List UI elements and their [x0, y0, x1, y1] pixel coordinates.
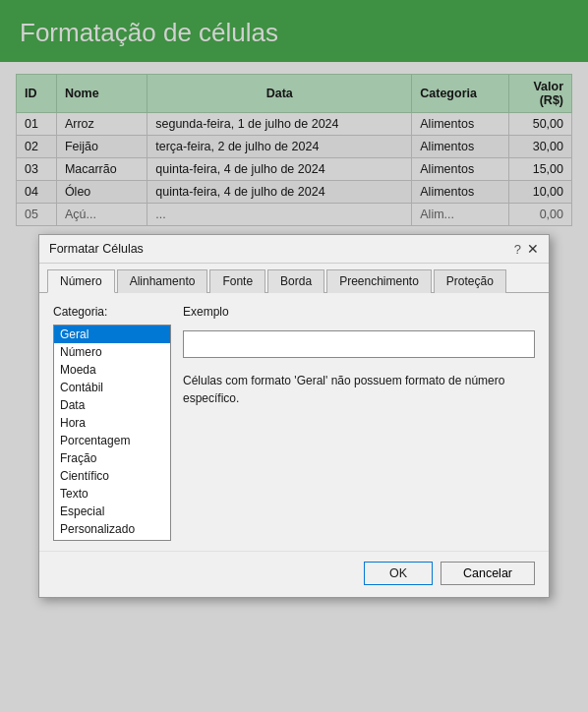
category-item[interactable]: Personalizado [54, 520, 170, 538]
dialog-titlebar: Formatar Células ? ✕ [39, 235, 549, 264]
category-list[interactable]: GeralNúmeroMoedaContábilDataHoraPorcenta… [53, 325, 171, 541]
dialog-title-controls: ? ✕ [514, 241, 539, 257]
category-item[interactable]: Hora [54, 414, 170, 432]
category-section: Categoria: GeralNúmeroMoedaContábilDataH… [53, 305, 171, 541]
category-item[interactable]: Porcentagem [54, 432, 170, 449]
example-box [183, 330, 535, 358]
category-item[interactable]: Científico [54, 467, 170, 485]
ok-button[interactable]: OK [364, 562, 433, 585]
category-item[interactable]: Fração [54, 449, 170, 467]
dialog-help-button[interactable]: ? [514, 242, 521, 257]
category-item[interactable]: Moeda [54, 361, 170, 379]
dialog-footer: OK Cancelar [39, 551, 549, 597]
tab-protecao[interactable]: Proteção [434, 269, 506, 293]
tab-borda[interactable]: Borda [267, 269, 324, 293]
example-label: Exemplo [183, 305, 535, 319]
modal-overlay: Formatar Células ? ✕ Número Alinhamento … [0, 0, 588, 712]
info-text: Células com formato 'Geral' não possuem … [183, 372, 535, 407]
category-item[interactable]: Contábil [54, 379, 170, 396]
tab-preenchimento[interactable]: Preenchimento [326, 269, 432, 293]
dialog-close-button[interactable]: ✕ [527, 241, 539, 257]
category-item[interactable]: Texto [54, 485, 170, 503]
category-item[interactable]: Número [54, 343, 170, 361]
dialog-body: Categoria: GeralNúmeroMoedaContábilDataH… [39, 293, 549, 551]
format-cells-dialog: Formatar Células ? ✕ Número Alinhamento … [38, 234, 550, 598]
dialog-tabs: Número Alinhamento Fonte Borda Preenchim… [39, 264, 549, 293]
right-panel: Exemplo Células com formato 'Geral' não … [183, 305, 535, 541]
dialog-title: Formatar Células [49, 242, 144, 256]
tab-fonte[interactable]: Fonte [209, 269, 265, 293]
tab-numero[interactable]: Número [47, 269, 115, 293]
cancel-button[interactable]: Cancelar [441, 562, 535, 585]
tab-alinhamento[interactable]: Alinhamento [117, 269, 208, 293]
category-item[interactable]: Especial [54, 503, 170, 520]
category-label: Categoria: [53, 305, 171, 319]
category-item[interactable]: Geral [54, 326, 170, 343]
category-item[interactable]: Data [54, 396, 170, 414]
